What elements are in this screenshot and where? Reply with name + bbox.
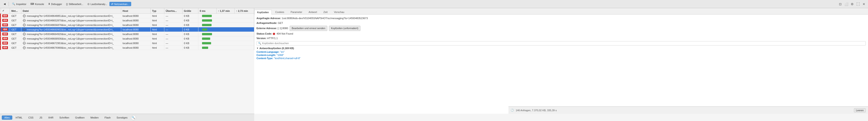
toolbar-laufzeit-btn[interactable]: ◎ Laufzeitanaly... xyxy=(86,2,109,6)
th-time1[interactable]: ↑ 1,37 min xyxy=(217,8,235,14)
requested-address-label: Angefragte Adresse: xyxy=(256,17,281,20)
td-host: localhost:8080 xyxy=(121,18,151,23)
filter-btn-schriften[interactable]: Schriften xyxy=(57,116,72,120)
right-tab-cookies[interactable]: Cookies xyxy=(272,9,287,14)
right-panel-tabs: KopfzeilenCookiesParameterAntwortZeitVor… xyxy=(254,8,868,15)
th-file[interactable]: Datei xyxy=(21,8,121,14)
toolbar-netzwerk-btn[interactable]: ⇄ Netzwerkan... xyxy=(110,2,131,6)
right-tab-vorschau[interactable]: Vorschau xyxy=(331,9,347,14)
close-icon[interactable]: ✕ xyxy=(862,2,866,6)
table-row[interactable]: 404 GET messaging?ts=1459348672953&isc_n… xyxy=(0,41,254,46)
version-row: Version: HTTP/1.1 xyxy=(256,37,866,40)
filter-btn-grafiken[interactable]: Grafiken xyxy=(73,116,87,120)
right-tab-kopfzeilen[interactable]: Kopfzeilen xyxy=(254,10,272,15)
globe-icon xyxy=(23,23,26,27)
response-headers-label: Antwortkopfzeilen (0,169 KB) xyxy=(259,47,294,50)
table-row[interactable]: 404 GET messaging?ts=1459348664920&isc_n… xyxy=(0,32,254,37)
external-address-value: [::1]:8080 xyxy=(278,27,288,29)
request-method-label: Anfragemethode: xyxy=(256,22,277,24)
stil-label: Stilbearbeit... xyxy=(69,3,83,5)
th-status[interactable]: ✓ xyxy=(1,8,10,14)
table-row[interactable]: 404 GET messaging?ts=1459348660902&isc_n… xyxy=(0,27,254,32)
status-badge: 404 xyxy=(2,28,8,31)
td-trans: — xyxy=(164,27,183,32)
table-row[interactable]: 404 GET messaging?ts=1459348648851&isc_n… xyxy=(0,14,254,18)
headers-search-box[interactable]: 🔍 xyxy=(256,41,866,46)
filter-btn-sonstiges[interactable]: Sonstiges xyxy=(114,116,130,120)
filter-search-icon[interactable]: 🔍 xyxy=(131,115,136,120)
filter-btn-alles[interactable]: Alles xyxy=(2,116,12,120)
search-icon: 🔍 xyxy=(258,42,261,45)
th-host[interactable]: Host xyxy=(121,8,151,14)
globe-icon xyxy=(23,19,26,22)
td-type: html xyxy=(151,32,164,36)
request-method-row: Anfragemethode: GET xyxy=(256,21,866,25)
undock-icon[interactable]: ⬜ xyxy=(844,2,848,6)
td-method: GET xyxy=(10,23,21,27)
td-timeline xyxy=(198,32,254,36)
timeline-bar xyxy=(202,19,212,22)
toolbar-stilbearbeitung-btn[interactable]: {} Stilbearbeit... xyxy=(64,2,85,6)
td-size: 0 KB xyxy=(183,37,198,41)
stil-icon: {} xyxy=(66,3,68,5)
inspektor-icon: 🔍 xyxy=(12,2,15,5)
right-tab-antwort[interactable]: Antwort xyxy=(306,9,320,14)
status-badge: 404 xyxy=(2,23,8,26)
dock-icon[interactable]: ⊡ xyxy=(838,2,843,6)
filter-btn-css[interactable]: CSS xyxy=(26,116,36,120)
right-tab-zeit[interactable]: Zeit xyxy=(320,9,331,14)
toolbar-debugger-btn[interactable]: ⬇ Debugger xyxy=(46,2,64,6)
td-size: 0 KB xyxy=(183,23,198,27)
right-tab-parameter[interactable]: Parameter xyxy=(288,9,305,14)
header-name: Content-Type: xyxy=(256,57,273,59)
globe-icon xyxy=(23,28,26,31)
td-method: GET xyxy=(10,32,21,36)
timeline-bar xyxy=(202,24,212,26)
status-badge: 404 xyxy=(2,37,8,40)
toolbar-inspektor-btn[interactable]: 🔍 Inspektor xyxy=(10,2,28,6)
globe-icon xyxy=(23,32,26,36)
settings-icon[interactable]: ⚙ xyxy=(850,2,855,6)
td-host: localhost:8080 xyxy=(121,46,151,50)
headers-unformatted-button[interactable]: Kopfzeilen (unformatiert) xyxy=(329,26,360,31)
laufzeit-label: Laufzeitanaly... xyxy=(91,3,107,5)
th-trans[interactable]: Übertra... xyxy=(164,8,183,14)
filter-btn-html[interactable]: HTML xyxy=(13,116,25,120)
table-row[interactable]: 404 GET messaging?ts=1459348656878&isc_n… xyxy=(0,23,254,27)
table-row[interactable]: 404 GET messaging?ts=1459348652870&isc_n… xyxy=(0,18,254,23)
filter-btn-flash[interactable]: Flash xyxy=(102,116,113,120)
filter-btn-js[interactable]: JS xyxy=(37,116,45,120)
timeline-bar xyxy=(202,28,207,31)
table-row[interactable]: 404 GET messaging?ts=1459348668936&isc_n… xyxy=(0,37,254,41)
filter-btn-medien[interactable]: Medien xyxy=(88,116,101,120)
td-trans: — xyxy=(164,46,183,50)
clear-button[interactable]: Leeren xyxy=(854,108,866,112)
th-time2[interactable]: ↑ 2,73 min xyxy=(235,8,254,14)
td-timeline xyxy=(198,18,254,23)
table-row[interactable]: 404 GET messaging?ts=1459348676968&isc_n… xyxy=(0,46,254,50)
toolbar-back-btn[interactable]: ◀ xyxy=(2,2,7,6)
td-timeline xyxy=(198,27,254,32)
table-header: ✓ Met... Datei Host Typ Übertra... Größe… xyxy=(0,8,254,14)
td-host: localhost:8080 xyxy=(121,37,151,41)
filter-btn-xhr[interactable]: XHR xyxy=(45,116,56,120)
main-wrapper: ✓ Met... Datei Host Typ Übertra... Größe… xyxy=(0,8,868,121)
td-size: 0 KB xyxy=(183,18,198,23)
th-size[interactable]: Größe xyxy=(183,8,198,14)
td-type: html xyxy=(151,23,164,27)
td-timeline xyxy=(198,23,254,27)
status-text: 146 Anfragen, 7.370,02 KB, 335,39 s xyxy=(516,109,557,112)
th-type[interactable]: Typ xyxy=(151,8,164,14)
th-method[interactable]: Met... xyxy=(10,8,21,14)
laufzeit-icon: ◎ xyxy=(87,2,90,5)
td-type: html xyxy=(151,37,164,41)
headers-search-input[interactable] xyxy=(262,42,864,45)
th-time0[interactable]: 0 ms xyxy=(198,8,217,14)
collapse-icon[interactable]: ▼ xyxy=(256,47,258,49)
edit-resend-button[interactable]: Bearbeiten und erneut senden xyxy=(290,26,327,31)
status-badge: 404 xyxy=(2,32,8,35)
fullscreen-icon[interactable]: ⛶ xyxy=(856,2,860,6)
konsole-label: Konsole xyxy=(35,3,44,5)
toolbar-konsole-btn[interactable]: ⌨ Konsole xyxy=(29,2,46,6)
td-file: messaging?ts=1459348668936&isc_noLog=1&t… xyxy=(21,37,121,41)
